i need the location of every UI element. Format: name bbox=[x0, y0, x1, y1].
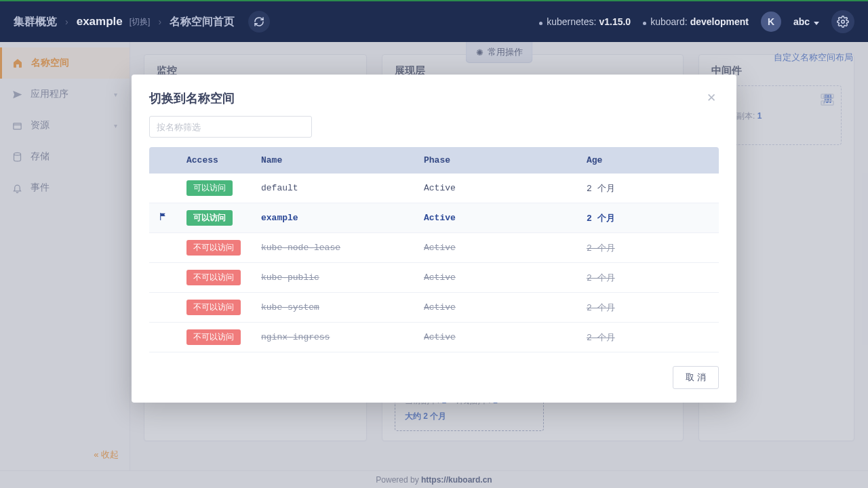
cell-name: example bbox=[261, 213, 298, 223]
svg-point-0 bbox=[842, 20, 845, 24]
switch-namespace-modal: 切换到名称空间 ✕ Access Name Phase Age 可以访问defa… bbox=[132, 75, 736, 403]
col-flag bbox=[149, 147, 177, 174]
header: 集群概览 › example [切换] › 名称空间首页 kubernetes:… bbox=[0, 1, 868, 42]
breadcrumb-namespace[interactable]: example bbox=[77, 15, 123, 28]
table-row[interactable]: 不可以访问kube-node-leaseActive2 个月 bbox=[149, 233, 719, 263]
cell-phase: Active bbox=[424, 272, 456, 283]
access-badge: 不可以访问 bbox=[186, 300, 241, 315]
col-age: Age bbox=[577, 147, 719, 174]
settings-button[interactable] bbox=[831, 10, 854, 33]
chevron-down-icon bbox=[814, 22, 819, 25]
table-row[interactable]: 不可以访问nginx-ingressActive2 个月 bbox=[149, 323, 719, 352]
col-name: Name bbox=[252, 147, 414, 174]
cell-phase: Active bbox=[424, 332, 456, 342]
cell-age: 2 个月 bbox=[587, 333, 615, 343]
breadcrumb-sep: › bbox=[65, 16, 68, 27]
access-badge: 不可以访问 bbox=[186, 240, 241, 256]
col-phase: Phase bbox=[414, 147, 577, 174]
flag-icon bbox=[159, 214, 167, 224]
access-badge: 可以访问 bbox=[186, 180, 233, 196]
modal-title: 切换到名称空间 bbox=[149, 90, 235, 106]
switch-namespace-tag[interactable]: [切换] bbox=[130, 16, 151, 28]
cell-name: nginx-ingress bbox=[261, 332, 330, 342]
modal-overlay[interactable]: 切换到名称空间 ✕ Access Name Phase Age 可以访问defa… bbox=[0, 42, 868, 488]
cell-phase: Active bbox=[424, 243, 456, 253]
cell-age: 2 个月 bbox=[587, 214, 615, 224]
namespace-table: Access Name Phase Age 可以访问defaultActive2… bbox=[149, 147, 719, 352]
cell-age: 2 个月 bbox=[587, 303, 615, 313]
gear-icon bbox=[837, 16, 849, 28]
cell-phase: Active bbox=[424, 183, 456, 193]
avatar[interactable]: K bbox=[761, 12, 781, 32]
refresh-icon bbox=[254, 16, 264, 27]
cell-age: 2 个月 bbox=[587, 184, 615, 194]
table-row[interactable]: 可以访问exampleActive2 个月 bbox=[149, 203, 719, 233]
access-badge: 不可以访问 bbox=[186, 329, 241, 345]
cell-age: 2 个月 bbox=[587, 243, 615, 253]
k8s-version: kubernetes:v1.15.0 bbox=[539, 16, 631, 27]
cell-name: default bbox=[261, 183, 298, 193]
close-icon[interactable]: ✕ bbox=[704, 89, 719, 106]
access-badge: 不可以访问 bbox=[186, 270, 241, 285]
kuboard-env: kuboard:development bbox=[643, 16, 749, 27]
cell-phase: Active bbox=[424, 213, 456, 223]
cell-age: 2 个月 bbox=[587, 273, 615, 283]
table-row[interactable]: 不可以访问kube-publicActive2 个月 bbox=[149, 263, 719, 293]
cell-phase: Active bbox=[424, 302, 456, 312]
cancel-button[interactable]: 取 消 bbox=[673, 366, 719, 389]
cell-name: kube-node-lease bbox=[261, 243, 340, 253]
col-access: Access bbox=[177, 147, 252, 174]
refresh-button[interactable] bbox=[248, 11, 270, 33]
cell-name: kube-public bbox=[261, 272, 319, 283]
filter-input[interactable] bbox=[149, 116, 312, 138]
table-row[interactable]: 可以访问defaultActive2 个月 bbox=[149, 174, 719, 203]
access-badge: 可以访问 bbox=[186, 210, 233, 226]
table-row[interactable]: 不可以访问kube-systemActive2 个月 bbox=[149, 293, 719, 323]
user-menu[interactable]: abc bbox=[793, 16, 819, 27]
cell-name: kube-system bbox=[261, 302, 319, 312]
breadcrumb-sep: › bbox=[158, 16, 161, 27]
breadcrumb-page: 名称空间首页 bbox=[170, 15, 235, 29]
breadcrumb-cluster[interactable]: 集群概览 bbox=[14, 15, 57, 29]
